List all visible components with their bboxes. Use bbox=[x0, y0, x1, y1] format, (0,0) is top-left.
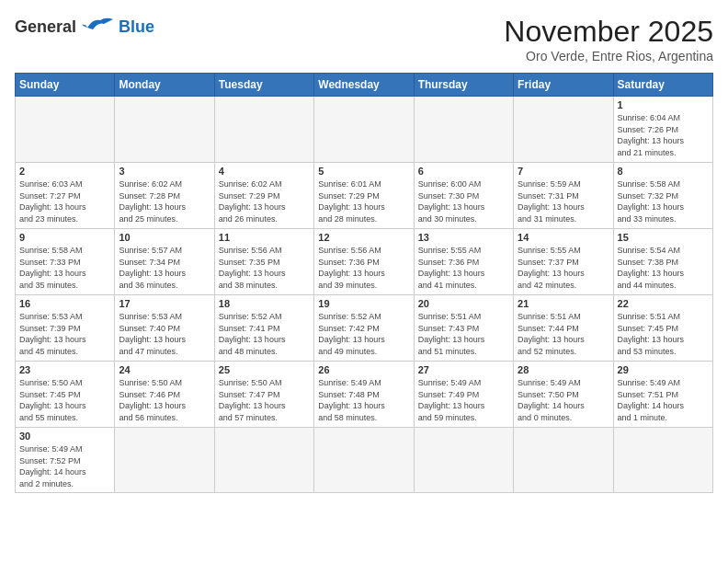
day-number: 11 bbox=[219, 232, 310, 243]
calendar-cell-3-6: 14Sunrise: 5:55 AMSunset: 7:37 PMDayligh… bbox=[514, 229, 613, 295]
calendar-cell-1-4 bbox=[314, 97, 414, 163]
calendar-week-row-2: 2Sunrise: 6:03 AMSunset: 7:27 PMDaylight… bbox=[16, 163, 713, 229]
day-info: Sunrise: 5:51 AMSunset: 7:44 PMDaylight:… bbox=[518, 311, 609, 357]
calendar-cell-5-6: 28Sunrise: 5:49 AMSunset: 7:50 PMDayligh… bbox=[514, 362, 613, 428]
day-info: Sunrise: 5:52 AMSunset: 7:42 PMDaylight:… bbox=[318, 311, 409, 357]
calendar-cell-5-2: 24Sunrise: 5:50 AMSunset: 7:46 PMDayligh… bbox=[115, 362, 214, 428]
day-number: 29 bbox=[618, 364, 709, 375]
day-number: 1 bbox=[618, 99, 709, 110]
day-number: 2 bbox=[19, 166, 110, 177]
day-info: Sunrise: 5:50 AMSunset: 7:45 PMDaylight:… bbox=[19, 377, 110, 423]
day-info: Sunrise: 5:52 AMSunset: 7:41 PMDaylight:… bbox=[219, 311, 310, 357]
day-number: 24 bbox=[119, 364, 210, 375]
calendar-cell-1-7: 1Sunrise: 6:04 AMSunset: 7:26 PMDaylight… bbox=[613, 97, 712, 163]
day-number: 13 bbox=[418, 232, 509, 243]
day-number: 15 bbox=[618, 232, 709, 243]
calendar-header-tuesday: Tuesday bbox=[214, 74, 313, 97]
day-info: Sunrise: 5:49 AMSunset: 7:52 PMDaylight:… bbox=[19, 443, 110, 489]
day-info: Sunrise: 5:55 AMSunset: 7:36 PMDaylight:… bbox=[418, 245, 509, 291]
calendar-header-sunday: Sunday bbox=[16, 74, 115, 97]
calendar-cell-4-3: 18Sunrise: 5:52 AMSunset: 7:41 PMDayligh… bbox=[214, 295, 313, 362]
calendar-cell-3-3: 11Sunrise: 5:56 AMSunset: 7:35 PMDayligh… bbox=[214, 229, 313, 295]
day-number: 23 bbox=[19, 364, 110, 375]
calendar-cell-3-1: 9Sunrise: 5:58 AMSunset: 7:33 PMDaylight… bbox=[16, 229, 115, 295]
day-number: 26 bbox=[318, 364, 409, 375]
calendar-cell-3-5: 13Sunrise: 5:55 AMSunset: 7:36 PMDayligh… bbox=[414, 229, 513, 295]
logo-bird-icon bbox=[80, 15, 115, 39]
day-info: Sunrise: 5:53 AMSunset: 7:39 PMDaylight:… bbox=[19, 311, 110, 357]
day-info: Sunrise: 5:51 AMSunset: 7:43 PMDaylight:… bbox=[418, 311, 509, 357]
logo-text: General bbox=[15, 17, 76, 37]
calendar-header-thursday: Thursday bbox=[414, 74, 513, 97]
calendar-cell-3-4: 12Sunrise: 5:56 AMSunset: 7:36 PMDayligh… bbox=[314, 229, 414, 295]
calendar-cell-1-2 bbox=[115, 97, 214, 163]
calendar-cell-4-1: 16Sunrise: 5:53 AMSunset: 7:39 PMDayligh… bbox=[16, 295, 115, 362]
calendar-cell-2-6: 7Sunrise: 5:59 AMSunset: 7:31 PMDaylight… bbox=[514, 163, 613, 229]
day-info: Sunrise: 5:53 AMSunset: 7:40 PMDaylight:… bbox=[119, 311, 210, 357]
day-info: Sunrise: 6:02 AMSunset: 7:28 PMDaylight:… bbox=[119, 178, 210, 224]
calendar-cell-1-3 bbox=[214, 97, 313, 163]
day-info: Sunrise: 5:57 AMSunset: 7:34 PMDaylight:… bbox=[119, 245, 210, 291]
calendar-cell-6-2 bbox=[115, 428, 214, 493]
calendar-cell-5-4: 26Sunrise: 5:49 AMSunset: 7:48 PMDayligh… bbox=[314, 362, 414, 428]
calendar-cell-5-1: 23Sunrise: 5:50 AMSunset: 7:45 PMDayligh… bbox=[16, 362, 115, 428]
calendar-cell-6-5 bbox=[414, 428, 513, 493]
calendar-header-row: SundayMondayTuesdayWednesdayThursdayFrid… bbox=[16, 74, 713, 97]
calendar-cell-3-7: 15Sunrise: 5:54 AMSunset: 7:38 PMDayligh… bbox=[613, 229, 712, 295]
day-number: 20 bbox=[418, 298, 509, 309]
calendar-week-row-4: 16Sunrise: 5:53 AMSunset: 7:39 PMDayligh… bbox=[16, 295, 713, 362]
day-info: Sunrise: 5:58 AMSunset: 7:33 PMDaylight:… bbox=[19, 245, 110, 291]
calendar-cell-5-5: 27Sunrise: 5:49 AMSunset: 7:49 PMDayligh… bbox=[414, 362, 513, 428]
day-info: Sunrise: 5:49 AMSunset: 7:49 PMDaylight:… bbox=[418, 377, 509, 423]
day-number: 12 bbox=[318, 232, 409, 243]
day-info: Sunrise: 5:54 AMSunset: 7:38 PMDaylight:… bbox=[618, 245, 709, 291]
calendar-cell-4-5: 20Sunrise: 5:51 AMSunset: 7:43 PMDayligh… bbox=[414, 295, 513, 362]
page-header: General Blue November 2025 Oro Verde, En… bbox=[15, 15, 713, 63]
day-info: Sunrise: 5:56 AMSunset: 7:36 PMDaylight:… bbox=[318, 245, 409, 291]
day-info: Sunrise: 5:58 AMSunset: 7:32 PMDaylight:… bbox=[618, 178, 709, 224]
day-info: Sunrise: 5:59 AMSunset: 7:31 PMDaylight:… bbox=[518, 178, 609, 224]
day-number: 4 bbox=[219, 166, 310, 177]
calendar-cell-6-7 bbox=[613, 428, 712, 493]
calendar-cell-6-1: 30Sunrise: 5:49 AMSunset: 7:52 PMDayligh… bbox=[16, 428, 115, 493]
day-info: Sunrise: 5:50 AMSunset: 7:47 PMDaylight:… bbox=[219, 377, 310, 423]
day-number: 16 bbox=[19, 298, 110, 309]
calendar-week-row-1: 1Sunrise: 6:04 AMSunset: 7:26 PMDaylight… bbox=[16, 97, 713, 163]
calendar-header-monday: Monday bbox=[115, 74, 214, 97]
day-number: 14 bbox=[518, 232, 609, 243]
day-info: Sunrise: 5:49 AMSunset: 7:48 PMDaylight:… bbox=[318, 377, 409, 423]
calendar-cell-2-7: 8Sunrise: 5:58 AMSunset: 7:32 PMDaylight… bbox=[613, 163, 712, 229]
calendar-cell-4-2: 17Sunrise: 5:53 AMSunset: 7:40 PMDayligh… bbox=[115, 295, 214, 362]
day-info: Sunrise: 5:50 AMSunset: 7:46 PMDaylight:… bbox=[119, 377, 210, 423]
calendar-table: SundayMondayTuesdayWednesdayThursdayFrid… bbox=[15, 73, 713, 493]
day-info: Sunrise: 6:03 AMSunset: 7:27 PMDaylight:… bbox=[19, 178, 110, 224]
calendar-cell-4-6: 21Sunrise: 5:51 AMSunset: 7:44 PMDayligh… bbox=[514, 295, 613, 362]
day-number: 7 bbox=[518, 166, 609, 177]
month-title: November 2025 bbox=[504, 15, 713, 49]
calendar-cell-4-4: 19Sunrise: 5:52 AMSunset: 7:42 PMDayligh… bbox=[314, 295, 414, 362]
day-number: 25 bbox=[219, 364, 310, 375]
calendar-cell-2-3: 4Sunrise: 6:02 AMSunset: 7:29 PMDaylight… bbox=[214, 163, 313, 229]
day-number: 19 bbox=[318, 298, 409, 309]
calendar-cell-1-1 bbox=[16, 97, 115, 163]
day-number: 18 bbox=[219, 298, 310, 309]
day-info: Sunrise: 6:01 AMSunset: 7:29 PMDaylight:… bbox=[318, 178, 409, 224]
calendar-cell-5-3: 25Sunrise: 5:50 AMSunset: 7:47 PMDayligh… bbox=[214, 362, 313, 428]
day-number: 27 bbox=[418, 364, 509, 375]
calendar-header-saturday: Saturday bbox=[613, 74, 712, 97]
day-info: Sunrise: 5:51 AMSunset: 7:45 PMDaylight:… bbox=[618, 311, 709, 357]
title-section: November 2025 Oro Verde, Entre Rios, Arg… bbox=[504, 15, 713, 63]
calendar-cell-1-6 bbox=[514, 97, 613, 163]
calendar-cell-2-5: 6Sunrise: 6:00 AMSunset: 7:30 PMDaylight… bbox=[414, 163, 513, 229]
calendar-week-row-3: 9Sunrise: 5:58 AMSunset: 7:33 PMDaylight… bbox=[16, 229, 713, 295]
calendar-cell-3-2: 10Sunrise: 5:57 AMSunset: 7:34 PMDayligh… bbox=[115, 229, 214, 295]
day-number: 28 bbox=[518, 364, 609, 375]
day-number: 10 bbox=[119, 232, 210, 243]
day-info: Sunrise: 5:55 AMSunset: 7:37 PMDaylight:… bbox=[518, 245, 609, 291]
day-number: 22 bbox=[618, 298, 709, 309]
calendar-cell-5-7: 29Sunrise: 5:49 AMSunset: 7:51 PMDayligh… bbox=[613, 362, 712, 428]
calendar-cell-2-2: 3Sunrise: 6:02 AMSunset: 7:28 PMDaylight… bbox=[115, 163, 214, 229]
day-number: 9 bbox=[19, 232, 110, 243]
day-number: 8 bbox=[618, 166, 709, 177]
logo-blue-text: Blue bbox=[119, 17, 154, 37]
